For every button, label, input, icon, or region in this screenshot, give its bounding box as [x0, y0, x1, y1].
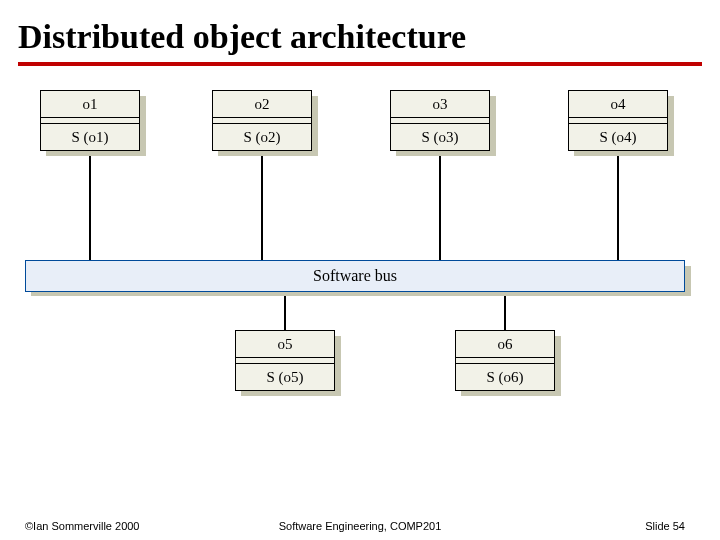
connector [504, 290, 506, 335]
footer-course: Software Engineering, COMP201 [0, 520, 720, 532]
connector [284, 290, 286, 335]
software-bus: Software bus [25, 260, 685, 292]
object-service: S (o2) [213, 124, 311, 150]
object-o5: o5 S (o5) [235, 330, 335, 391]
page-title: Distributed object architecture [18, 18, 702, 56]
connector [617, 150, 619, 262]
connector [261, 150, 263, 262]
object-o3: o3 S (o3) [390, 90, 490, 151]
object-service: S (o5) [236, 364, 334, 390]
object-o4: o4 S (o4) [568, 90, 668, 151]
title-underline [18, 62, 702, 66]
connector [439, 150, 441, 262]
object-name: o1 [41, 91, 139, 118]
diagram-figure: o1 S (o1) o2 S (o2) o3 S (o3) o4 S (o4) [40, 90, 680, 480]
object-service: S (o4) [569, 124, 667, 150]
object-name: o4 [569, 91, 667, 118]
object-name: o3 [391, 91, 489, 118]
object-o1: o1 S (o1) [40, 90, 140, 151]
object-name: o6 [456, 331, 554, 358]
object-service: S (o6) [456, 364, 554, 390]
object-o2: o2 S (o2) [212, 90, 312, 151]
object-name: o5 [236, 331, 334, 358]
footer-slide-number: Slide 54 [645, 520, 685, 532]
object-service: S (o3) [391, 124, 489, 150]
object-service: S (o1) [41, 124, 139, 150]
bus-label: Software bus [25, 260, 685, 292]
object-name: o2 [213, 91, 311, 118]
connector [89, 150, 91, 262]
object-o6: o6 S (o6) [455, 330, 555, 391]
